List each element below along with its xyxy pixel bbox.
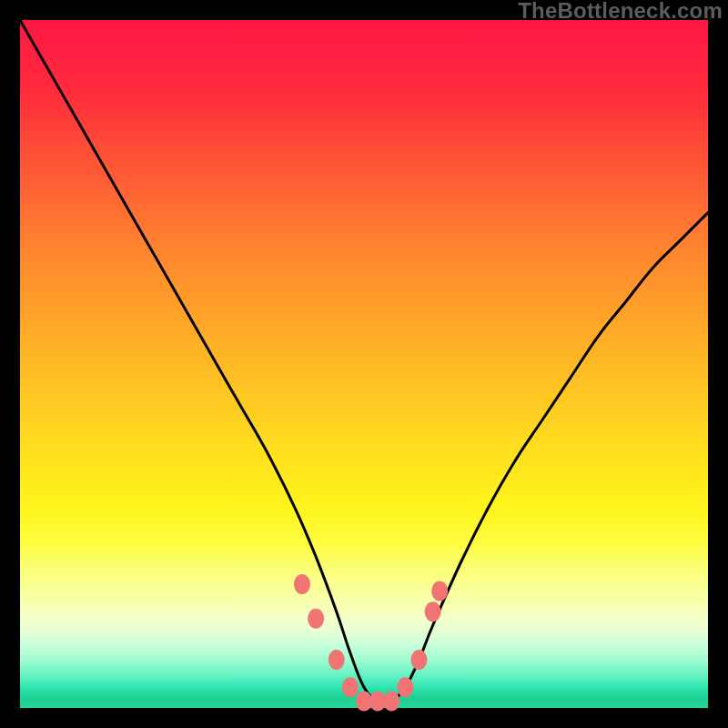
curve-marker [294,574,310,594]
curve-marker [329,650,345,670]
curve-marker [397,677,413,697]
bottleneck-curve [20,20,708,703]
curve-marker [410,650,427,670]
watermark-text: TheBottleneck.com [518,0,723,22]
curve-marker [308,609,324,629]
curve-marker [383,691,399,711]
chart-frame: TheBottleneck.com [0,0,728,728]
chart-svg [20,20,708,708]
curve-marker [425,602,441,622]
curve-marker [342,677,359,697]
curve-marker [431,581,448,601]
